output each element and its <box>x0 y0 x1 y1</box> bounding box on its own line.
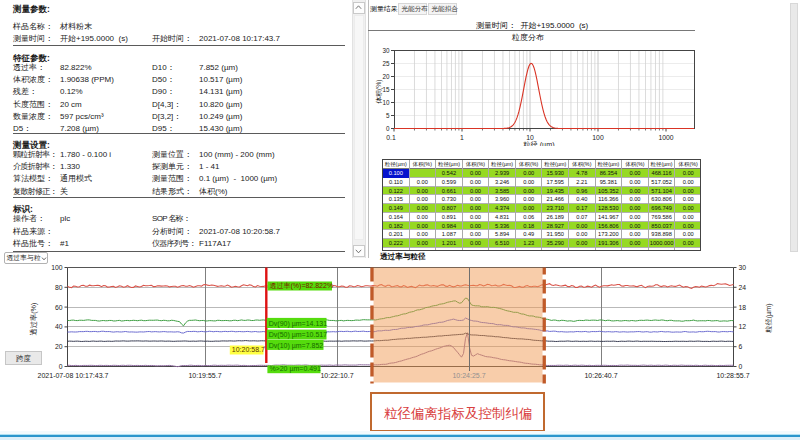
svg-text:10:20:58.7: 10:20:58.7 <box>232 346 265 353</box>
svg-text:20: 20 <box>55 343 63 350</box>
svg-text:24: 24 <box>739 284 747 291</box>
svg-text:透过率(%)=82.822%: 透过率(%)=82.822% <box>270 282 334 290</box>
svg-text:0: 0 <box>59 363 63 370</box>
svg-text:18: 18 <box>739 304 747 311</box>
svg-text:100: 100 <box>51 264 63 271</box>
svg-text:6: 6 <box>739 343 743 350</box>
svg-text:20: 20 <box>382 73 390 80</box>
svg-text:10:26:40.7: 10:26:40.7 <box>584 372 617 379</box>
svg-text:0: 0 <box>386 125 390 132</box>
svg-text:0: 0 <box>739 363 743 370</box>
svg-text:1: 1 <box>460 134 464 141</box>
svg-text:40: 40 <box>55 323 63 330</box>
svg-text:2021-07-08 10:17:43.7: 2021-07-08 10:17:43.7 <box>38 372 109 379</box>
svg-text:%>20 µm=0.491: %>20 µm=0.491 <box>269 365 321 373</box>
svg-text:10: 10 <box>382 99 390 106</box>
svg-text:粒径(µm): 粒径(µm) <box>764 303 773 332</box>
svg-text:Dv(90) µm=14.131: Dv(90) µm=14.131 <box>269 320 327 328</box>
svg-text:25: 25 <box>382 60 390 67</box>
svg-text:10:19:55.7: 10:19:55.7 <box>188 372 221 379</box>
svg-text:10:22:10.7: 10:22:10.7 <box>320 372 353 379</box>
svg-text:30: 30 <box>382 47 390 54</box>
svg-text:80: 80 <box>55 284 63 291</box>
svg-text:Dv(50) µm=10.517: Dv(50) µm=10.517 <box>269 331 327 339</box>
svg-text:5: 5 <box>386 112 390 119</box>
svg-text:Dv(10) µm=7.852: Dv(10) µm=7.852 <box>269 342 324 350</box>
svg-text:30: 30 <box>739 264 747 271</box>
svg-text:0.1: 0.1 <box>386 134 396 141</box>
svg-text:体积(%): 体积(%) <box>375 79 383 103</box>
svg-text:60: 60 <box>55 304 63 311</box>
svg-text:12: 12 <box>739 323 747 330</box>
svg-text:1000: 1000 <box>658 134 673 141</box>
svg-text:粒径 (µm): 粒径 (µm) <box>523 140 554 147</box>
svg-text:10:24:25.7: 10:24:25.7 <box>452 372 485 379</box>
svg-text:15: 15 <box>382 86 390 93</box>
svg-text:10:28:55.7: 10:28:55.7 <box>716 372 749 379</box>
svg-text:100: 100 <box>592 134 604 141</box>
svg-text:透过率(%): 透过率(%) <box>29 303 38 336</box>
